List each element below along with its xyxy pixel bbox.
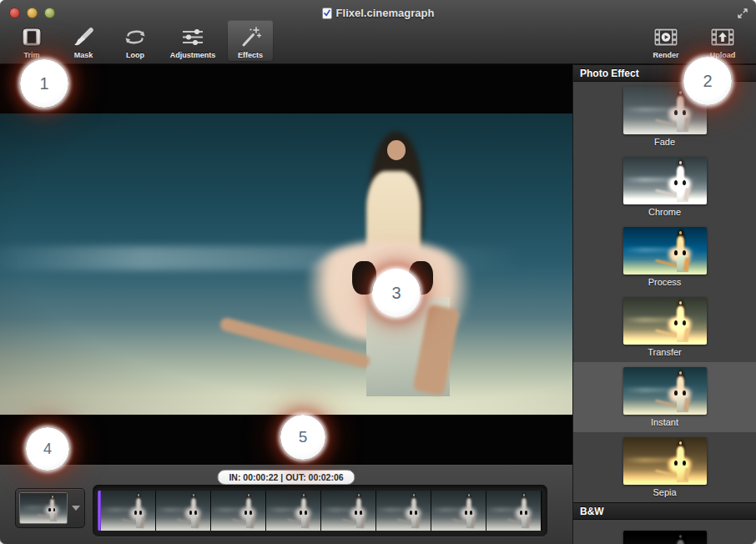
video-canvas (0, 64, 572, 465)
filmstrip-track[interactable] (93, 485, 547, 536)
photo-glovel (300, 511, 302, 515)
window-title: Flixel.cinemagraph (336, 7, 435, 19)
toolbar-left-group: Trim Mask (8, 20, 274, 62)
photo-glover (525, 511, 527, 515)
in-out-time-badge: IN: 00:00:22 | OUT: 00:02:06 (217, 470, 355, 485)
photo-legr (53, 512, 58, 521)
callout-badge-3: 3 (372, 269, 421, 317)
photo-glover (470, 511, 472, 515)
effect-thumbnail (623, 227, 707, 275)
effect-label: Fade (654, 137, 675, 147)
loop-button[interactable]: Loop (112, 20, 159, 62)
clip-preview-selector[interactable] (15, 488, 85, 528)
photo-glovel (520, 511, 522, 515)
filmstrip-frame[interactable] (101, 491, 156, 531)
diagonal-resize-arrows-icon (737, 8, 748, 19)
photo-glover (305, 511, 307, 515)
photo-glovel (410, 511, 412, 515)
playhead-marker[interactable] (98, 491, 101, 531)
photo-glover (360, 511, 362, 515)
trim-button-label: Trim (23, 50, 39, 60)
photo-glover (249, 511, 252, 515)
callout-badge-4: 4 (26, 427, 69, 471)
effects-button[interactable]: Effects (227, 20, 274, 62)
clip-preview-thumbnail (19, 492, 68, 524)
stage: IN: 00:00:22 | OUT: 00:02:06 (0, 64, 572, 544)
effects-magic-wand-icon (239, 23, 262, 50)
effect-item-sepia[interactable]: Sepia (573, 432, 756, 502)
filmstrip-frame[interactable] (211, 491, 266, 531)
clip-preview-dropdown[interactable] (68, 489, 84, 527)
photo-glovel (134, 511, 137, 515)
filmstrip-frame[interactable] (266, 491, 321, 531)
titlebar-toolbar: Flixel.cinemagraph T (0, 0, 756, 64)
effect-label: Instant (651, 417, 678, 427)
effect-thumbnail (623, 531, 707, 544)
photo-glovel (465, 511, 467, 515)
filmstrip-frame[interactable] (486, 491, 542, 531)
trim-icon (19, 23, 44, 50)
app-window: Flixel.cinemagraph T (0, 0, 756, 544)
photo-glover (139, 511, 142, 515)
photo-glovel (189, 511, 192, 515)
filmstrip-frame[interactable] (376, 491, 431, 531)
cinemagraph-photo (0, 113, 572, 415)
expand-window-button[interactable] (736, 7, 748, 19)
effect-label: Transfer (648, 347, 682, 357)
mask-brush-icon (72, 23, 95, 50)
render-button-label: Render (653, 50, 678, 60)
effect-thumbnail (623, 297, 707, 345)
loop-arrows-icon (123, 23, 148, 50)
photo-effects-panel: Photo Effect Fade Chrome Process Transfe… (572, 64, 756, 544)
loop-button-label: Loop (126, 50, 144, 60)
callout-badge-2: 2 (683, 57, 732, 105)
document-icon (322, 8, 332, 19)
timeline-controls: IN: 00:00:22 | OUT: 00:02:06 (0, 465, 572, 544)
effect-thumbnail (623, 157, 707, 204)
effect-item-chrome[interactable]: Chrome (573, 152, 756, 222)
effect-item-bw-partial[interactable] (573, 520, 756, 544)
toolbar-right-group: Render Upload (643, 20, 746, 62)
filmstrip-frame[interactable] (156, 491, 211, 531)
adjustments-button[interactable]: Adjustments (164, 20, 222, 62)
effect-thumbnail (623, 367, 707, 415)
upload-button[interactable]: Upload (699, 20, 746, 62)
filmstrip-frames (98, 491, 542, 531)
effect-item-transfer[interactable]: Transfer (573, 292, 756, 362)
filmstrip-frame[interactable] (431, 491, 486, 531)
photo-body (677, 540, 685, 544)
effects-button-label: Effects (238, 50, 263, 60)
effect-item-process[interactable]: Process (573, 222, 756, 292)
mask-button-label: Mask (74, 50, 93, 60)
photo-glover (415, 511, 417, 515)
mask-button[interactable]: Mask (60, 20, 107, 62)
effect-thumbnail (623, 437, 707, 485)
chevron-down-icon (72, 506, 80, 511)
photo-glovel (48, 508, 50, 511)
render-filmstrip-play-icon (653, 23, 679, 50)
callout-badge-1: 1 (20, 59, 68, 108)
photo-glovel (355, 511, 357, 515)
adjustments-button-label: Adjustments (170, 50, 216, 60)
effect-label: Sepia (653, 487, 676, 497)
effect-label: Process (648, 277, 682, 287)
photo-face (52, 496, 53, 497)
photo-glovel (244, 511, 247, 515)
callout-badge-5: 5 (280, 415, 325, 460)
photo-face (387, 140, 406, 159)
adjustments-sliders-icon (180, 23, 205, 50)
upload-filmstrip-arrow-icon (709, 23, 736, 50)
effect-label: Chrome (648, 207, 681, 217)
section-header-bw: B&W (573, 502, 756, 520)
effect-item-instant[interactable]: Instant (573, 362, 756, 432)
filmstrip-frame[interactable] (321, 491, 376, 531)
photo-glover (194, 511, 197, 515)
trim-button[interactable]: Trim (8, 20, 55, 62)
window-title-wrap: Flixel.cinemagraph (0, 7, 756, 19)
render-button[interactable]: Render (643, 20, 689, 62)
